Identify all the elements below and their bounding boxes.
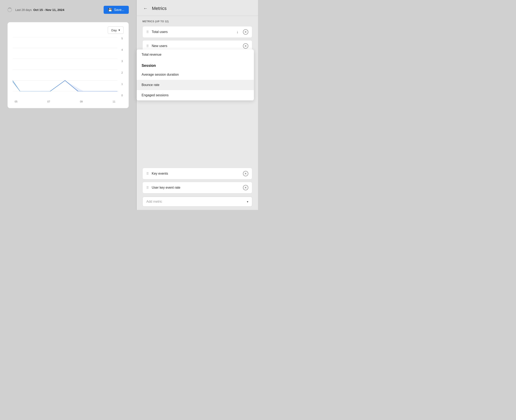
metric-name-new-users: New users xyxy=(152,44,240,48)
date-range-value: Oct 15 - Nov 11, 2024 xyxy=(33,8,64,12)
dropdown-section-session: Session xyxy=(137,60,254,69)
svg-marker-6 xyxy=(65,80,84,91)
bottom-metrics: ⠿ Key events ✕ ⠿ User key event rate ✕ A… xyxy=(137,168,258,210)
remove-new-users-button[interactable]: ✕ xyxy=(243,43,248,49)
y-label-1: 1 xyxy=(121,83,123,86)
dropdown-item-avg-session[interactable]: Average session duration xyxy=(137,69,254,80)
x-label-05: 05 xyxy=(15,100,17,103)
metrics-dropdown: Total revenue Session Average session du… xyxy=(137,50,254,100)
metric-item-total-users: ⠿ Total users ↓ ✕ xyxy=(142,26,252,38)
x-label-07: 07 xyxy=(47,100,50,103)
drag-handle-icon[interactable]: ⠿ xyxy=(146,186,149,190)
dropdown-item-total-revenue[interactable]: Total revenue xyxy=(137,50,254,60)
add-metric-placeholder: Add metric xyxy=(146,200,162,203)
metric-item-key-events: ⠿ Key events ✕ xyxy=(142,168,252,179)
y-label-5: 5 xyxy=(121,37,123,40)
metrics-section-label: METRICS (UP TO 12) xyxy=(142,20,252,23)
metric-name-user-key-event-rate: User key event rate xyxy=(152,186,240,189)
y-label-2: 2 xyxy=(121,71,123,74)
save-button[interactable]: 💾 Save... xyxy=(104,6,129,14)
metrics-header: ← Metrics xyxy=(137,0,258,16)
close-icon: ✕ xyxy=(244,172,247,175)
chevron-down-icon: ▾ xyxy=(118,28,120,32)
chart-y-axis: 5 4 3 2 1 0 xyxy=(121,37,124,97)
y-label-3: 3 xyxy=(121,60,123,63)
x-label-11: 11 xyxy=(113,100,115,103)
dropdown-item-engaged-sessions[interactable]: Engaged sessions xyxy=(137,90,254,100)
close-icon: ✕ xyxy=(244,186,247,189)
remove-total-users-button[interactable]: ✕ xyxy=(243,29,248,35)
chart-area: 5 4 3 2 1 0 xyxy=(13,37,124,103)
loading-spinner xyxy=(8,8,12,12)
back-arrow-icon: ← xyxy=(143,6,148,11)
left-panel: Last 28 days Oct 15 - Nov 11, 2024 💾 Sav… xyxy=(0,0,136,210)
chart-container: Day ▾ 5 4 3 2 1 0 xyxy=(8,22,129,108)
back-button[interactable]: ← xyxy=(142,5,149,12)
save-label: Save... xyxy=(114,8,124,12)
drag-handle-icon[interactable]: ⠿ xyxy=(146,30,149,34)
top-bar: Last 28 days Oct 15 - Nov 11, 2024 💾 Sav… xyxy=(0,0,136,18)
metric-name-total-users: Total users xyxy=(152,30,234,34)
metrics-panel-title: Metrics xyxy=(152,6,167,11)
chart-svg xyxy=(13,37,117,91)
close-icon: ✕ xyxy=(244,44,247,48)
chart-header: Day ▾ xyxy=(13,26,124,34)
y-label-0: 0 xyxy=(121,94,123,97)
x-label-09: 09 xyxy=(80,100,83,103)
remove-key-events-button[interactable]: ✕ xyxy=(243,171,248,176)
y-label-4: 4 xyxy=(121,48,123,51)
metric-item-user-key-event-rate: ⠿ User key event rate ✕ xyxy=(142,182,252,193)
right-panel: ← Metrics METRICS (UP TO 12) ⠿ Total use… xyxy=(137,0,258,210)
granularity-dropdown[interactable]: Day ▾ xyxy=(108,26,124,34)
drag-handle-icon[interactable]: ⠿ xyxy=(146,172,149,176)
dropdown-item-bounce-rate[interactable]: Bounce rate xyxy=(137,80,254,90)
metric-name-key-events: Key events xyxy=(152,172,240,175)
drag-handle-icon[interactable]: ⠿ xyxy=(146,44,149,48)
sort-down-icon[interactable]: ↓ xyxy=(237,30,239,34)
add-metric-dropdown[interactable]: Add metric ▾ xyxy=(142,197,252,207)
save-icon: 💾 xyxy=(108,8,112,12)
remove-user-key-event-rate-button[interactable]: ✕ xyxy=(243,185,248,190)
date-range: Last 28 days Oct 15 - Nov 11, 2024 xyxy=(15,8,64,12)
date-range-label: Last 28 days xyxy=(15,8,31,12)
chevron-down-icon: ▾ xyxy=(247,200,248,203)
close-icon: ✕ xyxy=(244,30,247,34)
chart-x-axis: 05 07 09 11 xyxy=(13,100,117,103)
granularity-label: Day xyxy=(111,29,117,32)
